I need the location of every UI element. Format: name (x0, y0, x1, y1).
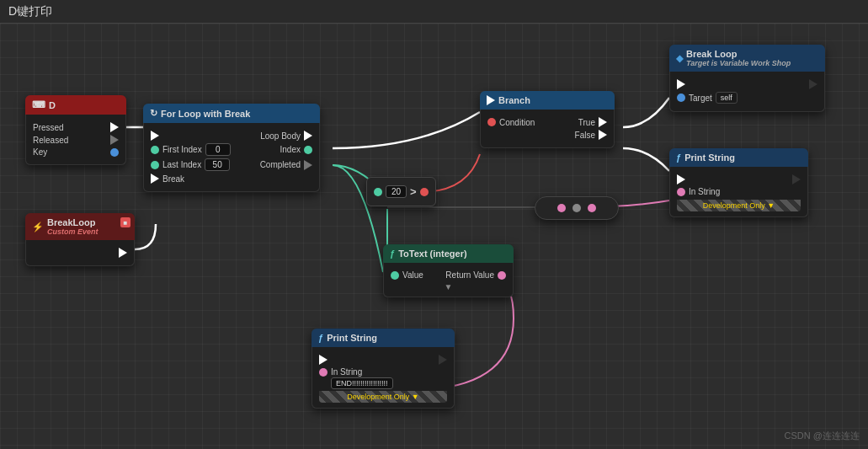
index-pin (304, 146, 312, 154)
print-top-icon: ƒ (676, 152, 681, 163)
break-pin (151, 174, 159, 184)
released-label: Released (33, 136, 68, 145)
break-loop-subtitle: Target is Variable Work Shop (686, 59, 791, 67)
branch-node: Branch Condition True False (480, 91, 615, 148)
for-loop-node: ↻ For Loop with Break Loop Body First In… (143, 104, 320, 192)
title-bar: D键打印 (0, 0, 868, 24)
event-subtitle: Custom Event (47, 227, 99, 236)
completed-label: Completed (260, 160, 301, 169)
last-index-label: Last Index (162, 160, 201, 169)
branch-label: Branch (498, 95, 530, 105)
last-index-value: 50 (205, 158, 230, 171)
gt-input-pin (374, 188, 382, 196)
print-top-label: Print String (684, 152, 735, 163)
first-index-value: 0 (205, 143, 231, 156)
first-index-pin (151, 146, 159, 154)
gt-symbol: > (410, 185, 417, 198)
condition-label: Condition (499, 118, 535, 127)
dev-only-badge-bottom: Development Only ▼ (319, 391, 447, 403)
branch-exec-in (487, 95, 495, 105)
return-value-label: Return Value (445, 270, 494, 280)
event-icon: ⚡ (32, 222, 44, 233)
key-pin (110, 148, 119, 157)
key-label: Key (33, 147, 47, 157)
target-label: Target (689, 94, 712, 103)
to-text-label: ToText (integer) (398, 249, 466, 259)
event-label: BreakLoop (47, 217, 99, 227)
print-bottom-exec-in (319, 355, 327, 365)
index-label: Index (280, 145, 301, 154)
gt-output-pin (420, 188, 429, 196)
event-badge: ■ (120, 217, 130, 227)
break-label: Break (162, 174, 184, 184)
print-top-exec-in (677, 174, 685, 184)
true-label: True (578, 118, 595, 127)
for-loop-exec-in (151, 131, 159, 141)
in-string-top-label: In String (689, 187, 720, 196)
break-loop-exec-in (677, 79, 685, 89)
print-bottom-icon: ƒ (318, 333, 323, 343)
value-in-pin (391, 271, 399, 280)
gt-value: 20 (386, 185, 407, 198)
target-pin (677, 94, 685, 102)
d-key-label: D (49, 100, 56, 110)
false-pin (599, 130, 607, 140)
target-self: self (716, 92, 738, 104)
title-text: D键打印 (8, 4, 52, 19)
print-string-top-node: ƒ Print String In String Development Onl… (669, 148, 808, 217)
connector-node (535, 196, 619, 220)
false-label: False (575, 131, 595, 140)
break-loop-label: Break Loop (686, 49, 791, 59)
return-pin (498, 271, 506, 280)
break-loop-node: ◆ Break Loop Target is Variable Work Sho… (669, 45, 825, 112)
to-text-node: ƒ ToText (integer) Value Return Value ▼ (383, 244, 514, 297)
to-text-expand: ▼ (391, 282, 506, 291)
in-string-top-pin (677, 188, 685, 196)
in-string-bottom-label: In String (331, 367, 362, 377)
d-key-icon: ⌨ (32, 99, 45, 110)
released-pin (110, 135, 119, 145)
print-bottom-label: Print String (327, 333, 377, 343)
pressed-label: Pressed (33, 123, 64, 132)
in-string-bottom-pin (319, 368, 327, 377)
for-loop-label: For Loop with Break (161, 109, 250, 119)
dot-pin-3 (588, 204, 596, 212)
event-exec-out (119, 248, 127, 258)
last-index-pin (151, 161, 159, 169)
true-pin (599, 117, 607, 127)
loop-body-label: Loop Body (260, 131, 301, 141)
print-string-bottom-node: ƒ Print String In String END!!!!!!!!!!!!… (312, 329, 455, 409)
dev-only-badge-top: Development Only ▼ (677, 200, 801, 211)
canvas: For Loop Break ⌨ D Pressed Released (0, 24, 868, 449)
condition-pin (487, 118, 496, 126)
for-loop-icon: ↻ (150, 108, 157, 119)
in-string-value: END!!!!!!!!!!!!!!!!! (331, 377, 393, 389)
dot-pin-1 (557, 204, 566, 212)
dot-pin-2 (572, 204, 581, 212)
break-loop-exec-out (809, 79, 817, 89)
pressed-pin (110, 122, 119, 132)
to-text-icon: ƒ (390, 249, 395, 259)
d-key-node: ⌨ D Pressed Released (25, 95, 126, 165)
break-loop-event-node: ⚡ BreakLoop Custom Event ■ (25, 213, 135, 266)
value-label: Value (402, 270, 423, 280)
greater-than-node: 20 > (366, 177, 436, 206)
print-top-exec-out (792, 174, 801, 184)
loop-body-pin (304, 131, 312, 141)
watermark: CSDN @连连连连 (785, 430, 860, 442)
print-bottom-exec-out (439, 355, 447, 365)
completed-pin (304, 160, 312, 170)
break-loop-diamond: ◆ (676, 53, 683, 64)
first-index-label: First Index (162, 145, 202, 154)
